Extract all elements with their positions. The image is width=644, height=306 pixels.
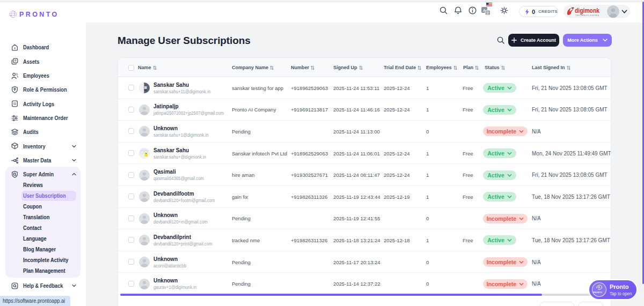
svg-text:文: 文: [486, 11, 489, 15]
svg-text:TECHNOLOGIES: TECHNOLOGIES: [575, 14, 599, 17]
svg-text:digimonk: digimonk: [575, 7, 599, 14]
